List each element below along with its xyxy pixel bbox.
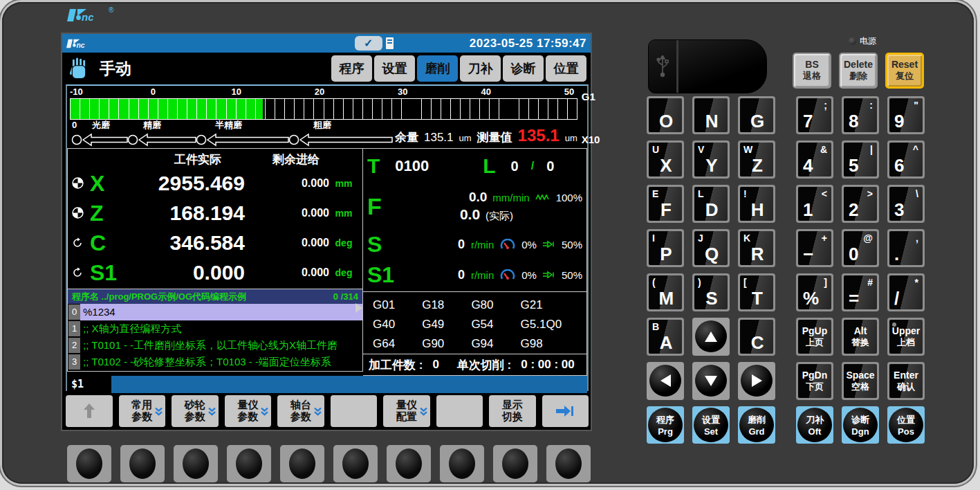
power-indicator: 电源 (849, 35, 876, 47)
key-equals[interactable]: =# (842, 273, 879, 311)
offset-mode-key[interactable]: 刀补Oft (796, 406, 833, 444)
spindle1-override-icon (543, 271, 555, 279)
settings-mode-key[interactable]: 设置Set (692, 406, 730, 444)
key-8[interactable]: 8: (842, 96, 879, 134)
key-p[interactable]: PI (647, 229, 684, 267)
tab-settings[interactable]: 设置 (374, 55, 415, 82)
tab-offset[interactable]: 刀补 (460, 55, 501, 82)
screen-tabs: 程序 设置 磨削 刀补 诊断 位置 (331, 55, 586, 82)
softkey-gauge-params[interactable]: 量仪参数 (225, 395, 272, 427)
svg-text:精磨: 精磨 (142, 120, 162, 130)
delete-key[interactable]: Delete删除 (839, 53, 878, 89)
gcode: G64 (373, 337, 422, 351)
key-1[interactable]: 1< (796, 185, 833, 223)
program-line[interactable]: 0 %1234 (68, 304, 362, 320)
softkey-common-params[interactable]: 常用参数 (119, 395, 166, 427)
tick-label: -10 (70, 87, 83, 97)
tab-diagnosis[interactable]: 诊断 (503, 55, 544, 82)
program-line[interactable]: 3 ;; T0102 - -砂轮修整坐标系；T0103 - -端面定位坐标系 (68, 354, 362, 370)
svg-text:0: 0 (72, 120, 77, 130)
key-f[interactable]: FE (647, 185, 684, 223)
key-6[interactable]: 6^ (887, 140, 925, 179)
key-0[interactable]: 0@ (842, 229, 879, 267)
backspace-key[interactable]: BS退格 (793, 53, 831, 89)
key-period[interactable]: ., (887, 229, 925, 267)
softkey-button-8[interactable] (440, 445, 484, 482)
axis-row-s1: S1 0.000 0.000 deg (72, 257, 358, 287)
program-line[interactable]: 1 ;; X轴为直径编程方式 (68, 320, 362, 337)
tab-program[interactable]: 程序 (331, 55, 372, 82)
tab-grinding[interactable]: 磨削 (417, 55, 458, 82)
program-line[interactable]: 2 ;; T0101 - -工件磨削坐标系，以工件轴心线为X轴工件磨 (68, 337, 362, 354)
reset-key[interactable]: Reset复位 (885, 53, 924, 89)
key-5[interactable]: 5| (842, 140, 879, 179)
softkey-back[interactable] (66, 395, 113, 427)
softkey-table-params[interactable]: 轴台参数 (277, 395, 324, 427)
softkey-button-1[interactable] (67, 445, 111, 482)
key-a[interactable]: AB (647, 318, 684, 356)
scroll-indicator-icon[interactable] (355, 303, 362, 313)
softkey-wheel-params[interactable]: 砂轮参数 (172, 395, 219, 427)
titlebar: nc ✓ 2023-05-25 17:59:47 (62, 34, 591, 53)
key-c[interactable]: C (738, 318, 775, 356)
grinding-mode-key[interactable]: 磨削Grd (738, 406, 775, 444)
softkey-display-switch[interactable]: 显示切换 (489, 395, 536, 427)
enter-key[interactable]: Enter确认 (887, 362, 925, 400)
key-t[interactable]: T[ (738, 273, 775, 311)
softkey-gauge-config[interactable]: 量仪配置 (383, 395, 430, 427)
key-percent[interactable]: %] (796, 273, 833, 311)
key-z[interactable]: ZW (738, 140, 775, 179)
program-mode-key[interactable]: 程序Prg (647, 406, 684, 444)
softkey-button-7[interactable] (387, 445, 431, 482)
cursor-down-key[interactable] (692, 362, 730, 400)
cursor-left-key[interactable] (647, 362, 684, 400)
tab-position[interactable]: 位置 (546, 55, 586, 82)
key-9[interactable]: 9" (887, 96, 925, 134)
softkey-button-6[interactable] (333, 445, 378, 482)
cursor-right-key[interactable] (738, 362, 775, 400)
softkey-blank[interactable] (436, 395, 483, 427)
page-down-key[interactable]: PgDn下页 (796, 362, 833, 400)
softkey-button-9[interactable] (493, 445, 537, 482)
key-x[interactable]: XU (647, 140, 684, 179)
key-s[interactable]: S) (692, 273, 730, 311)
diagnosis-mode-key[interactable]: 诊断Dgn (842, 406, 879, 444)
axis-unit: deg (329, 237, 358, 248)
softkey-button-2[interactable] (120, 445, 165, 482)
key-m[interactable]: M( (647, 273, 684, 311)
key-g[interactable]: G (738, 96, 775, 134)
space-key[interactable]: Space空格 (842, 362, 879, 400)
alt-key[interactable]: Alt替换 (842, 318, 879, 356)
cursor-up-key[interactable] (692, 318, 730, 356)
gcode: G40 (373, 318, 422, 332)
softkey-button-4[interactable] (227, 445, 271, 482)
softkey-button-5[interactable] (280, 445, 324, 482)
power-label: 电源 (860, 35, 876, 47)
axis-unit: mm (329, 208, 358, 219)
softkey-blank[interactable] (331, 395, 378, 427)
key-2[interactable]: 2> (842, 185, 879, 223)
gauge-bar (70, 98, 577, 120)
key-3[interactable]: 3\ (887, 185, 925, 223)
upper-shift-key[interactable]: Upper上档 (887, 318, 925, 356)
position-mode-key[interactable]: 位置Pos (887, 406, 925, 444)
key-minus[interactable]: −+ (796, 229, 833, 267)
key-o[interactable]: O (647, 96, 684, 134)
key-slash[interactable]: /* (887, 273, 925, 311)
page-up-key[interactable]: PgUp上页 (796, 318, 833, 356)
key-d[interactable]: DL (692, 185, 730, 223)
key-y[interactable]: YV (692, 140, 730, 179)
coord-header-remaining: 剩余进给 (263, 152, 329, 167)
key-7[interactable]: 7; (796, 96, 833, 134)
key-4[interactable]: 4& (796, 140, 833, 179)
key-h[interactable]: H! (738, 185, 775, 223)
softkey-next-menu[interactable] (542, 395, 589, 427)
program-line-counter: 0 /314 (333, 291, 358, 302)
softkey-button-3[interactable] (174, 445, 218, 482)
knd-logo-icon: nc (67, 7, 107, 24)
key-n[interactable]: N (692, 96, 730, 134)
line-text: ;; T0102 - -砂轮修整坐标系；T0103 - -端面定位坐标系 (80, 354, 362, 370)
key-q[interactable]: QJ (692, 229, 730, 267)
softkey-button-10[interactable] (546, 445, 591, 482)
key-r[interactable]: RK (738, 229, 775, 267)
